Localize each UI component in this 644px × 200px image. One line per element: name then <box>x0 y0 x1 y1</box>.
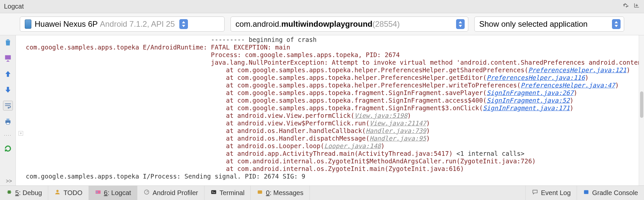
tab-profiler[interactable]: Android Profiler <box>137 186 204 200</box>
log-line: --------- beginning of crash <box>211 36 317 43</box>
gear-icon[interactable] <box>622 2 629 11</box>
svg-rect-0 <box>5 55 11 59</box>
speech-icon <box>532 189 538 197</box>
profiler-icon <box>143 189 150 197</box>
source-link[interactable]: View.java:21147 <box>370 119 426 127</box>
soft-wrap-icon[interactable] <box>3 101 13 111</box>
messages-icon <box>257 189 263 197</box>
device-selector[interactable]: Huawei Nexus 6P Android 7.1.2, API 25 <box>20 17 225 32</box>
tab-event-log[interactable]: Event Log <box>525 186 577 200</box>
tab-label: Android Profiler <box>153 189 198 197</box>
svg-rect-2 <box>6 118 9 120</box>
log-hint: <1 internal calls> <box>456 150 524 157</box>
log-line: at android.os.Handler.handleCallback( <box>211 127 366 134</box>
bug-icon <box>6 189 13 197</box>
print-icon[interactable] <box>3 117 13 126</box>
log-line: at android.view.View$PerformClick.run( <box>211 119 370 127</box>
chevron-updown-icon[interactable] <box>456 19 465 29</box>
svg-rect-10 <box>258 190 262 194</box>
tab-label: Terminal <box>220 189 245 197</box>
tab-debug[interactable]: 5: Debug <box>0 186 48 200</box>
tab-label: Gradle Console <box>592 189 638 197</box>
svg-rect-11 <box>584 190 588 194</box>
scrollbar-thumb[interactable] <box>640 91 643 118</box>
source-link[interactable]: View.java:5198 <box>354 112 407 119</box>
tab-messages[interactable]: 0: Messages <box>251 186 309 200</box>
arrow-up-icon[interactable] <box>3 69 13 79</box>
tab-logcat[interactable]: 6: Logcat <box>89 186 137 200</box>
source-link[interactable]: SignInFragment.java:171 <box>483 104 570 112</box>
process-name: multiwindowplayground <box>281 19 373 29</box>
expand-marker[interactable]: + <box>18 131 23 136</box>
logcat-icon <box>95 189 101 197</box>
log-line: Process: com.google.samples.apps.topeka,… <box>211 51 400 58</box>
hide-icon[interactable] <box>633 2 640 11</box>
process-prefix: com.android. <box>235 19 281 29</box>
log-line: at com.google.samples.apps.topeka.fragme… <box>211 104 483 112</box>
tab-todo[interactable]: TODO <box>48 186 89 200</box>
source-link[interactable]: PreferencesHelper.java:47 <box>521 82 615 89</box>
log-output[interactable]: --------- beginning of crash com.google.… <box>26 35 639 185</box>
log-line: at android.os.Looper.loop( <box>211 142 324 150</box>
source-link[interactable]: Looper.java:148 <box>324 142 381 150</box>
tab-label: TODO <box>63 189 82 197</box>
scroll-end-icon[interactable] <box>3 53 13 63</box>
source-link[interactable]: PreferencesHelper.java:116 <box>487 74 585 81</box>
chevron-updown-icon[interactable] <box>179 19 188 29</box>
tab-gradle-console[interactable]: Gradle Console <box>577 186 644 200</box>
log-line: at com.google.samples.apps.topeka.helper… <box>211 66 528 74</box>
log-line: at com.google.samples.apps.topeka.fragme… <box>211 89 487 96</box>
filter-mode-label: Show only selected application <box>479 19 588 29</box>
svg-rect-9 <box>211 190 216 194</box>
log-line: at com.google.samples.apps.topeka.fragme… <box>211 97 487 104</box>
gradle-icon <box>583 189 590 197</box>
source-link[interactable]: PreferencesHelper.java:121 <box>528 66 626 74</box>
log-line: at com.google.samples.apps.topeka.helper… <box>211 82 521 89</box>
process-pid: (28554) <box>373 19 400 29</box>
log-line: at android.os.Handler.dispatchMessage( <box>211 135 370 142</box>
log-line: at com.google.samples.apps.topeka.helper… <box>211 74 487 81</box>
source-link[interactable]: Handler.java:95 <box>370 135 426 142</box>
log-line: com.google.samples.apps.topeka I/Process… <box>26 173 305 180</box>
person-icon <box>54 189 61 197</box>
tab-label: Event Log <box>541 189 571 197</box>
source-link[interactable]: SignInFragment.java:52 <box>487 97 570 104</box>
tab-terminal[interactable]: Terminal <box>204 186 251 200</box>
log-tag: com.google.samples.apps.topeka E/Android… <box>26 44 211 51</box>
scrollbar[interactable] <box>639 35 644 185</box>
expand-tools-icon[interactable]: >> <box>3 178 15 184</box>
titlebar: Logcat <box>0 0 644 13</box>
filter-mode-selector[interactable]: Show only selected application <box>474 17 624 32</box>
device-os: Android 7.1.2, API 25 <box>100 19 175 29</box>
fold-gutter: + <box>16 35 26 185</box>
log-line: at android.view.View.performClick( <box>211 112 355 119</box>
terminal-icon <box>210 189 217 197</box>
log-line: at com.android.internal.os.ZygoteInit.ma… <box>211 165 464 172</box>
log-line: at android.app.ActivityThread.main(Activ… <box>211 150 457 157</box>
chevron-updown-icon[interactable] <box>612 19 621 29</box>
svg-rect-3 <box>6 122 9 124</box>
source-link[interactable]: SignInFragment.java:267 <box>487 89 574 96</box>
arrow-down-icon[interactable] <box>3 85 13 95</box>
svg-rect-7 <box>96 191 97 193</box>
process-selector[interactable]: com.android.multiwindowplayground (28554… <box>231 17 468 32</box>
svg-rect-6 <box>95 190 100 194</box>
filter-bar: Huawei Nexus 6P Android 7.1.2, API 25 co… <box>0 13 644 35</box>
trash-icon[interactable] <box>3 37 13 47</box>
source-link[interactable]: Handler.java:739 <box>366 127 426 134</box>
log-line: java.lang.NullPointerException: Attempt … <box>211 59 639 66</box>
phone-icon <box>25 19 31 29</box>
svg-point-5 <box>56 190 59 192</box>
left-gutter: ···· <box>0 35 16 185</box>
device-name: Huawei Nexus 6P <box>35 19 98 29</box>
restart-icon[interactable] <box>3 144 13 153</box>
panel-title: Logcat <box>4 3 24 10</box>
ellipsis-icon: ···· <box>4 132 12 138</box>
status-bar: 5: Debug TODO 6: Logcat Android Profiler… <box>0 185 644 200</box>
log-line: FATAL EXCEPTION: main <box>211 44 290 51</box>
log-line: at com.android.internal.os.ZygoteInit$Me… <box>211 157 536 165</box>
